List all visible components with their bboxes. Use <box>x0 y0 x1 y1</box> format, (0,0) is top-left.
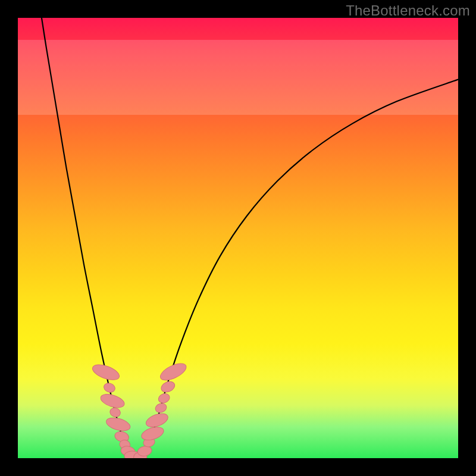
bottleneck-curve <box>18 18 458 458</box>
data-bead <box>109 406 121 418</box>
data-bead <box>99 392 126 410</box>
data-bead <box>102 381 116 393</box>
chart-frame: TheBottleneck.com <box>0 0 476 476</box>
data-bead <box>159 380 176 394</box>
curve-right-branch <box>137 80 458 458</box>
curve-left-branch <box>42 18 137 458</box>
plot-area <box>18 18 458 458</box>
watermark-text: TheBottleneck.com <box>346 2 470 19</box>
data-bead <box>154 402 168 414</box>
data-bead <box>105 415 131 433</box>
data-bead <box>157 392 171 405</box>
data-bead <box>90 362 121 383</box>
